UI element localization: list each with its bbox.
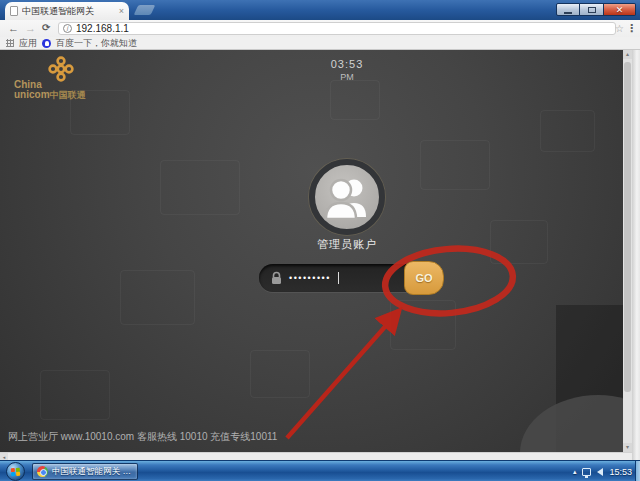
reload-icon[interactable]: ⟳ bbox=[42, 22, 50, 33]
windows-taskbar: 中国联通智能网关 - Go... ▴ 15:53 bbox=[0, 460, 640, 481]
logo-text-cn: 中国联通 bbox=[50, 90, 86, 100]
start-button[interactable] bbox=[6, 462, 25, 481]
go-button[interactable]: GO bbox=[404, 261, 444, 295]
footer-info: 网上营业厅 www.10010.com 客服热线 10010 充值专线10011 bbox=[8, 430, 277, 444]
account-label: 管理员账户 bbox=[266, 237, 428, 252]
screen: 中国联通智能网关 × ✕ ← → ⟳ i 192.168.1.1 ☆ ⋮ 应用 … bbox=[0, 0, 640, 481]
china-unicom-logo: China unicom中国联通 bbox=[12, 54, 122, 109]
bg-pattern bbox=[330, 80, 380, 120]
address-bar[interactable]: i 192.168.1.1 bbox=[58, 22, 616, 35]
tray-clock: 15:53 bbox=[609, 467, 632, 477]
apps-label[interactable]: 应用 bbox=[19, 37, 37, 50]
apps-grid-icon[interactable] bbox=[6, 39, 14, 47]
forward-icon[interactable]: → bbox=[25, 22, 36, 34]
back-icon[interactable]: ← bbox=[8, 22, 19, 34]
horizontal-scrollbar[interactable]: ◂ bbox=[0, 452, 632, 460]
browser-tab[interactable]: 中国联通智能网关 × bbox=[5, 2, 129, 20]
browser-titlebar: 中国联通智能网关 × ✕ bbox=[0, 0, 640, 20]
tab-title: 中国联通智能网关 bbox=[22, 5, 115, 18]
baidu-favicon bbox=[42, 39, 51, 48]
window-right-edge bbox=[632, 50, 640, 460]
bg-pattern bbox=[160, 160, 240, 215]
scroll-up-icon[interactable]: ▴ bbox=[623, 50, 632, 59]
new-tab-button[interactable] bbox=[134, 5, 156, 15]
system-tray: ▴ 15:53 bbox=[573, 461, 632, 481]
scroll-down-icon[interactable]: ▾ bbox=[623, 443, 632, 452]
bg-pattern bbox=[540, 110, 595, 152]
minimize-icon bbox=[564, 12, 572, 14]
bg-pattern bbox=[390, 300, 456, 350]
volume-icon[interactable] bbox=[597, 468, 603, 476]
show-desktop-button[interactable] bbox=[635, 461, 640, 481]
page-clock: 03:53 PM bbox=[266, 58, 428, 82]
bg-pattern bbox=[120, 270, 195, 325]
tray-expand-icon[interactable]: ▴ bbox=[573, 468, 577, 476]
vertical-scrollbar[interactable]: ▴ ▾ bbox=[623, 50, 632, 452]
taskbar-button-label: 中国联通智能网关 - Go... bbox=[52, 466, 133, 478]
page-favicon bbox=[10, 6, 18, 16]
bg-pattern bbox=[250, 350, 310, 398]
network-icon[interactable] bbox=[582, 468, 591, 476]
minimize-button[interactable] bbox=[556, 3, 580, 16]
users-icon bbox=[315, 165, 379, 229]
password-masked-value: ••••••••• bbox=[289, 273, 331, 283]
windows-logo-icon bbox=[11, 467, 21, 476]
bg-pattern bbox=[490, 220, 548, 264]
bookmark-star-icon[interactable]: ☆ bbox=[615, 23, 624, 34]
page-info-icon[interactable]: i bbox=[63, 24, 72, 33]
close-button[interactable]: ✕ bbox=[604, 3, 636, 16]
logo-text-unicom: unicom中国联通 bbox=[14, 90, 86, 100]
chrome-menu-icon[interactable]: ⋮ bbox=[626, 22, 636, 35]
tab-close-icon[interactable]: × bbox=[119, 7, 124, 16]
url-text: 192.168.1.1 bbox=[76, 23, 129, 34]
bookmarks-bar: 应用 百度一下，你就知道 bbox=[0, 37, 640, 50]
unicom-knot-icon bbox=[46, 54, 76, 84]
clock-meridiem: PM bbox=[266, 72, 428, 82]
taskbar-chrome-button[interactable]: 中国联通智能网关 - Go... bbox=[32, 463, 138, 480]
gateway-login-page: China unicom中国联通 03:53 PM 管理员账户 bbox=[0, 50, 632, 452]
browser-toolbar: ← → ⟳ i 192.168.1.1 ☆ ⋮ bbox=[0, 20, 640, 37]
bg-pattern bbox=[420, 140, 490, 190]
lock-icon bbox=[271, 271, 282, 285]
window-controls: ✕ bbox=[556, 3, 636, 16]
clock-time: 03:53 bbox=[266, 58, 428, 70]
vertical-scrollbar-thumb[interactable] bbox=[624, 62, 631, 392]
text-caret bbox=[338, 272, 339, 284]
maximize-button[interactable] bbox=[580, 3, 604, 16]
admin-avatar bbox=[309, 159, 385, 235]
photo-silhouette-blob bbox=[520, 395, 632, 452]
maximize-icon bbox=[588, 7, 596, 13]
bg-pattern bbox=[40, 370, 110, 420]
chrome-icon bbox=[37, 466, 48, 477]
bookmark-baidu[interactable]: 百度一下，你就知道 bbox=[56, 37, 137, 50]
